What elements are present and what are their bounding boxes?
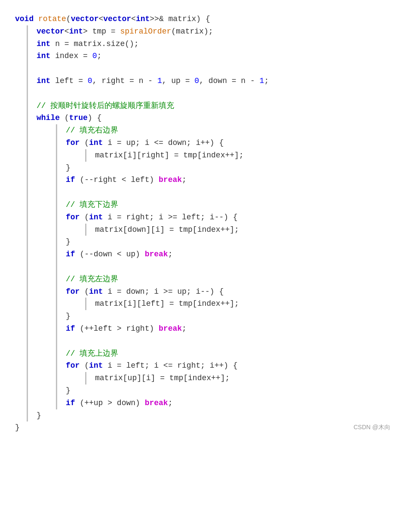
code-line-33: } <box>0 409 399 422</box>
code-line-8: // 按顺时针旋转后的螺旋顺序重新填充 <box>0 100 399 112</box>
code-line-26: if (++left > right) break; <box>0 323 399 335</box>
code-line-34: } <box>0 421 399 434</box>
code-line-11: for (int i = up; i <= down; i++) { <box>0 137 399 149</box>
code-line-1: void rotate(vector<vector<int>>& matrix)… <box>0 13 399 25</box>
code-line-30: matrix[up][i] = tmp[index++]; <box>0 372 399 384</box>
code-line-20: if (--down < up) break; <box>0 248 399 261</box>
code-line-22: // 填充左边界 <box>0 273 399 286</box>
code-block: void rotate(vector<vector<int>>& matrix)… <box>0 9 399 438</box>
code-line-7 <box>0 87 399 100</box>
code-line-24: matrix[i][left] = tmp[index++]; <box>0 298 399 310</box>
code-line-4: int index = 0; <box>0 50 399 62</box>
code-line-16: // 填充下边界 <box>0 199 399 211</box>
code-line-28: // 填充上边界 <box>0 347 399 360</box>
code-line-19: } <box>0 236 399 248</box>
code-line-23: for (int i = down; i >= up; i--) { <box>0 286 399 298</box>
while-block: // 填充右边界 for (int i = up; i <= down; i++… <box>0 124 399 409</box>
watermark: CSDN @木向 <box>353 422 390 432</box>
code-line-3: int n = matrix.size(); <box>0 38 399 50</box>
code-line-10: // 填充右边界 <box>0 124 399 137</box>
code-line-31: } <box>0 384 399 397</box>
code-line-21 <box>0 261 399 273</box>
code-line-6: int left = 0, right = n - 1, up = 0, dow… <box>0 75 399 87</box>
code-line-13: } <box>0 162 399 174</box>
code-line-29: for (int i = left; i <= right; i++) { <box>0 360 399 372</box>
for-block-1: matrix[i][right] = tmp[index++]; <box>0 149 399 162</box>
code-line-9: while (true) { <box>0 112 399 124</box>
code-line-5 <box>0 62 399 75</box>
code-line-2: vector<int> tmp = spiralOrder(matrix); <box>0 25 399 38</box>
code-line-18: matrix[down][i] = tmp[index++]; <box>0 224 399 236</box>
code-line-32: if (++up > down) break; <box>0 397 399 409</box>
code-line-25: } <box>0 310 399 323</box>
code-line-12: matrix[i][right] = tmp[index++]; <box>0 149 399 162</box>
code-line-27 <box>0 335 399 347</box>
for-block-3: matrix[i][left] = tmp[index++]; <box>0 298 399 310</box>
code-line-17: for (int i = right; i >= left; i--) { <box>0 211 399 224</box>
outer-block: vector<int> tmp = spiralOrder(matrix); i… <box>0 25 399 422</box>
for-block-2: matrix[down][i] = tmp[index++]; <box>0 224 399 236</box>
code-line-15 <box>0 186 399 199</box>
code-line-14: if (--right < left) break; <box>0 174 399 186</box>
for-block-4: matrix[up][i] = tmp[index++]; <box>0 372 399 384</box>
